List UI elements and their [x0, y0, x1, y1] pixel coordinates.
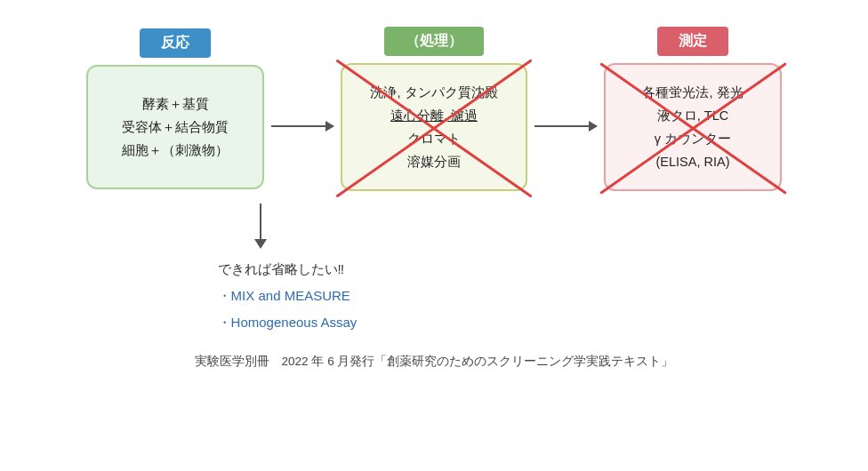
reaction-line2: 受容体＋結合物質	[122, 116, 229, 139]
arrow-down-head	[254, 239, 267, 249]
process-column: （処理） 洗浄, タンパク質沈殿 遠心分離, 濾過 クロマト 溶媒分画	[341, 27, 527, 191]
arrow-down-container	[254, 204, 267, 249]
reaction-content: 酵素＋基質 受容体＋結合物質 細胞＋（刺激物）	[122, 92, 229, 162]
measure-column: 測定 各種蛍光法, 発光 液クロ, TLC γ カウンター (ELISA, RI…	[604, 27, 782, 191]
measure-line3: γ カウンター	[642, 127, 743, 150]
measure-box: 各種蛍光法, 発光 液クロ, TLC γ カウンター (ELISA, RIA)	[604, 63, 782, 191]
measure-line2: 液クロ, TLC	[642, 104, 743, 127]
process-badge: （処理）	[384, 27, 484, 56]
skip-text: できれば省略したい‼	[218, 256, 358, 283]
process-line3: クロマト	[360, 127, 508, 150]
arrow-down	[254, 204, 267, 249]
process-line1: 洗浄, タンパク質沈殿	[360, 81, 508, 104]
reaction-box: 酵素＋基質 受容体＋結合物質 細胞＋（刺激物）	[86, 65, 264, 189]
main-container: 反応 酵素＋基質 受容体＋結合物質 細胞＋（刺激物） （処理） 洗浄, タンパク…	[0, 0, 868, 471]
arrow-down-line	[260, 204, 261, 239]
arrow-right-1	[271, 125, 334, 127]
measure-content: 各種蛍光法, 発光 液クロ, TLC γ カウンター (ELISA, RIA)	[642, 81, 743, 173]
reaction-line1: 酵素＋基質	[122, 92, 229, 116]
process-line4: 溶媒分画	[360, 150, 508, 173]
measure-line1: 各種蛍光法, 発光	[642, 81, 743, 104]
process-content-wrapper: 洗浄, タンパク質沈殿 遠心分離, 濾過 クロマト 溶媒分画	[360, 81, 508, 173]
process-box: 洗浄, タンパク質沈殿 遠心分離, 濾過 クロマト 溶媒分画	[341, 63, 527, 191]
process-line2: 遠心分離, 濾過	[360, 104, 508, 127]
homogeneous-assay-text: ・Homogeneous Assay	[218, 309, 358, 336]
process-content: 洗浄, タンパク質沈殿 遠心分離, 濾過 クロマト 溶媒分画	[360, 81, 508, 173]
footer-text: 実験医学別冊 2022 年 6 月発行「創薬研究のためのスクリーニング学実践テキ…	[195, 355, 674, 368]
arrow-line-2	[534, 125, 597, 127]
bottom-text: できれば省略したい‼ ・MIX and MEASURE ・Homogeneous…	[218, 256, 358, 336]
reaction-badge: 反応	[140, 28, 211, 58]
measure-line4: (ELISA, RIA)	[642, 150, 743, 173]
measure-badge: 測定	[657, 27, 728, 56]
arrow-line-1	[271, 125, 334, 127]
reaction-column: 反応 酵素＋基質 受容体＋結合物質 細胞＋（刺激物）	[86, 28, 264, 189]
reaction-line3: 細胞＋（刺激物）	[122, 139, 229, 162]
arrow-right-2	[534, 125, 597, 127]
footer: 実験医学別冊 2022 年 6 月発行「創薬研究のためのスクリーニング学実践テキ…	[195, 354, 674, 370]
top-row: 反応 酵素＋基質 受容体＋結合物質 細胞＋（刺激物） （処理） 洗浄, タンパク…	[27, 27, 841, 191]
mix-measure-text: ・MIX and MEASURE	[218, 283, 358, 309]
